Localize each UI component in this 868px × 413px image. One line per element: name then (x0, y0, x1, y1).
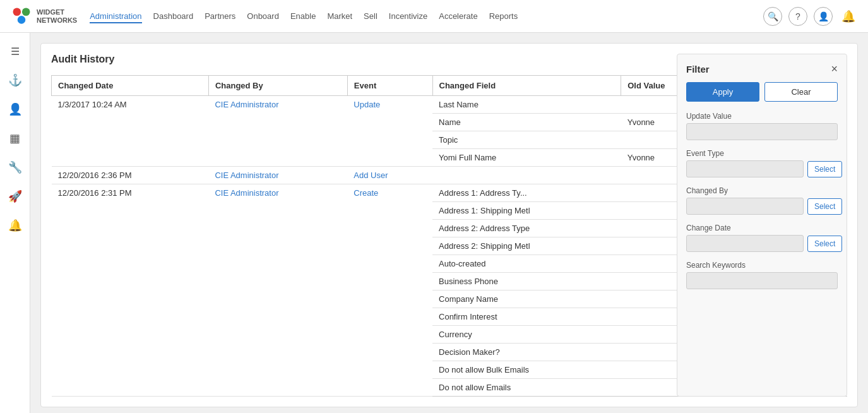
help-button[interactable]: ? (788, 7, 807, 26)
filter-section-label: Event Type (686, 149, 838, 158)
cell-field: Yomi Full Name (432, 149, 621, 167)
cell-event[interactable]: Add User (347, 167, 432, 184)
filter-input-search-keywords[interactable] (686, 272, 838, 289)
clear-button[interactable]: Clear (764, 82, 838, 102)
cell-changed-by[interactable]: CIE Administrator (208, 96, 347, 167)
nav-accelerate[interactable]: Accelerate (439, 9, 477, 23)
logo-icon (10, 5, 33, 28)
col-changed-by: Changed By (208, 76, 347, 96)
col-event: Event (347, 76, 432, 96)
changed-by-link[interactable]: CIE Administrator (215, 171, 278, 180)
cell-field: Address 2: Address Type (432, 220, 621, 237)
nav-onboard[interactable]: Onboard (247, 9, 279, 23)
cell-field: Name (432, 114, 621, 131)
changed-by-link[interactable]: CIE Administrator (215, 188, 278, 198)
nav-incentivize[interactable]: Incentivize (389, 9, 427, 23)
filter-panel: Filter × Apply Clear Update ValueEvent T… (677, 54, 847, 397)
filter-input-event-type[interactable] (686, 160, 804, 177)
cell-field: Address 1: Address Ty... (432, 184, 621, 202)
grid-icon[interactable]: ▦ (3, 126, 27, 150)
cell-field: Do not allow Emails (432, 379, 621, 397)
rocket-icon[interactable]: 🚀 (3, 184, 27, 208)
nav-administration[interactable]: Administration (90, 9, 141, 23)
cell-changed-by[interactable]: CIE Administrator (208, 167, 347, 184)
layout: ☰ ⚓ 👤 ▦ 🔧 🚀 🔔 Audit History Changed Date… (0, 33, 868, 413)
filter-select-btn-2[interactable]: Select (807, 198, 842, 215)
notifications-button[interactable]: 🔔 (839, 7, 858, 26)
svg-point-2 (18, 16, 26, 24)
nav-partners[interactable]: Partners (205, 9, 235, 23)
cell-field: Auto-created (432, 255, 621, 273)
svg-point-0 (13, 8, 21, 16)
filter-section-4: Search Keywords (686, 261, 838, 289)
event-link[interactable]: Add User (354, 171, 388, 180)
apply-button[interactable]: Apply (686, 82, 759, 102)
sidebar: ☰ ⚓ 👤 ▦ 🔧 🚀 🔔 (0, 33, 30, 413)
cell-field: Address 2: Shipping Metl (432, 237, 621, 255)
bell-icon[interactable]: 🔔 (3, 213, 27, 237)
logo-text: WIDGET NETWORKS (37, 8, 77, 23)
cell-field: Business Phone (432, 273, 621, 290)
audit-card: Audit History Changed Date Changed By Ev… (40, 43, 858, 407)
filter-section-2: Changed BySelect (686, 186, 838, 215)
logo: WIDGET NETWORKS (10, 5, 77, 28)
cell-field: Company Name (432, 290, 621, 308)
filter-title: Filter (686, 64, 710, 75)
cell-date: 1/3/2017 10:24 AM (52, 96, 209, 167)
cell-field: Decision Maker? (432, 344, 621, 361)
filter-close-button[interactable]: × (831, 63, 838, 75)
nav-market[interactable]: Market (327, 9, 352, 23)
filter-section-label: Update Value (686, 112, 838, 121)
filter-select-btn-3[interactable]: Select (807, 236, 842, 252)
cell-date: 12/20/2016 2:36 PM (52, 167, 209, 184)
person-icon[interactable]: 👤 (3, 97, 27, 121)
nav-dashboard[interactable]: Dashboard (153, 9, 194, 23)
col-changed-field: Changed Field (432, 76, 621, 96)
col-changed-date: Changed Date (52, 76, 209, 96)
cell-field: Address 1: Shipping Metl (432, 202, 621, 220)
filter-section-label: Changed By (686, 186, 838, 195)
filter-select-btn-1[interactable]: Select (807, 161, 842, 177)
filter-actions: Apply Clear (686, 82, 838, 102)
wrench-icon[interactable]: 🔧 (3, 155, 27, 179)
filter-section-0: Update Value (686, 112, 838, 140)
cell-changed-by[interactable]: CIE Administrator (208, 184, 347, 397)
cell-date: 12/20/2016 2:31 PM (52, 184, 209, 397)
filter-input-change-date[interactable] (686, 235, 804, 252)
nav-links: Administration Dashboard Partners Onboar… (90, 9, 763, 23)
profile-button[interactable]: 👤 (814, 7, 833, 26)
search-button[interactable]: 🔍 (763, 7, 782, 26)
cell-field: Topic (432, 131, 621, 149)
filter-input-update-value[interactable] (686, 123, 838, 140)
cell-event[interactable]: Update (347, 96, 432, 167)
cell-field: Last Name (432, 96, 621, 114)
filter-section-label: Search Keywords (686, 261, 838, 270)
nav-right: 🔍 ? 👤 🔔 (763, 7, 858, 26)
cell-field: Confirm Interest (432, 308, 621, 326)
filter-section-label: Change Date (686, 224, 838, 232)
main-content: Audit History Changed Date Changed By Ev… (30, 33, 868, 413)
svg-point-1 (22, 8, 30, 16)
cell-event[interactable]: Create (347, 184, 432, 397)
cell-field: Currency (432, 326, 621, 344)
filter-header: Filter × (686, 63, 838, 75)
filter-section-3: Change DateSelect (686, 224, 838, 252)
nav-reports[interactable]: Reports (489, 9, 518, 23)
nav-sell[interactable]: Sell (364, 9, 378, 23)
changed-by-link[interactable]: CIE Administrator (215, 100, 278, 109)
hamburger-icon[interactable]: ☰ (3, 39, 27, 63)
nav-enable[interactable]: Enable (290, 9, 316, 23)
event-link[interactable]: Create (354, 188, 378, 198)
cell-field: Do not allow Bulk Emails (432, 361, 621, 379)
filter-input-changed-by[interactable] (686, 198, 804, 215)
anchor-icon[interactable]: ⚓ (3, 68, 27, 92)
event-link[interactable]: Update (354, 100, 380, 109)
top-nav: WIDGET NETWORKS Administration Dashboard… (0, 0, 868, 33)
filter-section-1: Event TypeSelect (686, 149, 838, 177)
